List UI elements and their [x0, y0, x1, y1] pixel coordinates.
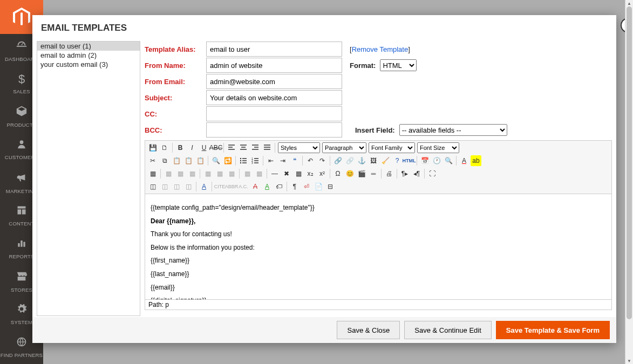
align-center-icon[interactable]: [238, 142, 249, 153]
template-alias-input[interactable]: [206, 42, 342, 57]
undo-icon[interactable]: ↶: [305, 155, 316, 166]
template-list-item[interactable]: email to admin (2): [37, 51, 140, 60]
save-continue-button[interactable]: Save & Continue Edit: [404, 321, 492, 339]
editor-body[interactable]: {{template config_path="design/email/hea…: [145, 194, 612, 300]
styles-select[interactable]: Styles: [278, 142, 320, 153]
strike-icon[interactable]: ABC: [210, 142, 221, 153]
align-right-icon[interactable]: [250, 142, 261, 153]
merge-cell-icon[interactable]: ▦: [254, 168, 264, 179]
acronym-icon[interactable]: A.C.: [238, 181, 249, 192]
hr-icon[interactable]: —: [269, 168, 280, 179]
col-before-icon[interactable]: ▦: [202, 168, 213, 179]
charmap-icon[interactable]: Ω: [332, 168, 343, 179]
remove-template-link[interactable]: [Remove Template]: [350, 45, 410, 53]
bcc-input[interactable]: [206, 122, 342, 138]
redo-icon[interactable]: ↷: [317, 155, 328, 166]
advhr-icon[interactable]: ═: [368, 168, 379, 179]
save-close-button[interactable]: Save & Close: [337, 321, 400, 339]
backcolor-icon[interactable]: ab: [471, 155, 481, 166]
template-list-item[interactable]: your custom email (3): [37, 60, 140, 69]
format-label: Format:: [350, 61, 376, 70]
attribs-icon[interactable]: 🏷: [274, 181, 284, 192]
styleprops-icon[interactable]: A: [199, 181, 209, 192]
visualaid-icon[interactable]: ▦: [293, 168, 304, 179]
font-size-select[interactable]: Font Size: [417, 142, 459, 153]
editor-line: {{template config_path="design/email/hea…: [151, 202, 606, 214]
forecolor-icon[interactable]: A: [459, 155, 469, 166]
indent-icon[interactable]: ⇥: [277, 155, 288, 166]
blockquote-icon[interactable]: ❝: [289, 155, 300, 166]
anchor-icon[interactable]: ⚓: [356, 155, 367, 166]
scroll-up-arrow[interactable]: ▲: [625, 0, 633, 6]
insert-field-select[interactable]: -- available fields --: [399, 124, 507, 136]
cut-icon[interactable]: ✂: [147, 155, 158, 166]
help-icon[interactable]: ?: [392, 155, 403, 166]
bullet-list-icon[interactable]: [238, 155, 249, 166]
underline-icon[interactable]: U: [199, 142, 209, 153]
print-icon[interactable]: 🖨: [384, 168, 394, 179]
template-icon[interactable]: 📄: [313, 181, 324, 192]
unlink-icon[interactable]: 🔗: [344, 155, 355, 166]
del-icon[interactable]: A: [250, 181, 261, 192]
pagebreak-icon[interactable]: ⊟: [325, 181, 336, 192]
scroll-down-arrow[interactable]: ▼: [625, 358, 633, 364]
layer-back-icon[interactable]: ◫: [171, 181, 182, 192]
scroll-thumb[interactable]: [627, 6, 632, 319]
layer-abs-icon[interactable]: ◫: [183, 181, 194, 192]
from-email-input[interactable]: [206, 74, 342, 89]
align-justify-icon[interactable]: [262, 142, 273, 153]
cite-icon[interactable]: CITE: [214, 181, 225, 192]
save-icon[interactable]: 💾: [147, 142, 158, 153]
subject-input[interactable]: [206, 90, 342, 105]
preview-icon[interactable]: 🔍: [443, 155, 454, 166]
outdent-icon[interactable]: ⇤: [266, 155, 276, 166]
from-name-input[interactable]: [206, 58, 342, 73]
font-family-select[interactable]: Font Family: [369, 142, 415, 153]
sub-icon[interactable]: x₂: [305, 168, 316, 179]
image-icon[interactable]: 🖼: [368, 155, 379, 166]
cc-input[interactable]: [206, 106, 342, 121]
link-icon[interactable]: 🔗: [332, 155, 343, 166]
layer-icon[interactable]: ◫: [147, 181, 158, 192]
del-col-icon[interactable]: ▦: [226, 168, 237, 179]
time-icon[interactable]: 🕐: [431, 155, 442, 166]
nonbreaking-icon[interactable]: ⏎: [301, 181, 312, 192]
emotions-icon[interactable]: 😊: [344, 168, 355, 179]
split-cell-icon[interactable]: ▦: [242, 168, 253, 179]
template-list-item[interactable]: email to user (1): [37, 42, 140, 51]
layer-fwd-icon[interactable]: ◫: [159, 181, 170, 192]
save-template-button[interactable]: Save Template & Save Form: [496, 321, 610, 339]
row-after-icon[interactable]: ▦: [175, 168, 186, 179]
paste-icon[interactable]: 📋: [171, 155, 182, 166]
media-icon[interactable]: 🎬: [356, 168, 367, 179]
rtl-icon[interactable]: ◂¶: [411, 168, 422, 179]
find-icon[interactable]: 🔍: [210, 155, 221, 166]
format-select[interactable]: HTML: [380, 59, 417, 71]
replace-icon[interactable]: 🔁: [222, 155, 233, 166]
newdoc-icon[interactable]: 🗋: [159, 142, 170, 153]
vertical-scrollbar[interactable]: ▲ ▼: [625, 0, 633, 364]
cleanup-icon[interactable]: 🧹: [380, 155, 391, 166]
sup-icon[interactable]: x²: [317, 168, 328, 179]
copy-icon[interactable]: ⧉: [159, 155, 170, 166]
table-icon[interactable]: ▦: [147, 168, 158, 179]
fullscreen-icon[interactable]: ⛶: [427, 168, 438, 179]
del-row-icon[interactable]: ▦: [187, 168, 198, 179]
visualchars-icon[interactable]: ¶: [289, 181, 300, 192]
paste-word-icon[interactable]: 📋: [195, 155, 206, 166]
paragraph-select[interactable]: Paragraph: [322, 142, 366, 153]
bold-icon[interactable]: B: [175, 142, 186, 153]
removeformat-icon[interactable]: ✖: [281, 168, 292, 179]
abbr-icon[interactable]: ABBR: [226, 181, 237, 192]
paste-text-icon[interactable]: 📋: [183, 155, 194, 166]
ins-icon[interactable]: A: [262, 181, 273, 192]
html-icon[interactable]: HTML: [404, 155, 414, 166]
row-before-icon[interactable]: ▦: [163, 168, 174, 179]
numbered-list-icon[interactable]: 123: [250, 155, 261, 166]
col-after-icon[interactable]: ▦: [214, 168, 225, 179]
date-icon[interactable]: 📅: [419, 155, 430, 166]
partners-icon: [16, 336, 27, 350]
italic-icon[interactable]: I: [187, 142, 198, 153]
ltr-icon[interactable]: ¶▸: [399, 168, 410, 179]
align-left-icon[interactable]: [226, 142, 237, 153]
